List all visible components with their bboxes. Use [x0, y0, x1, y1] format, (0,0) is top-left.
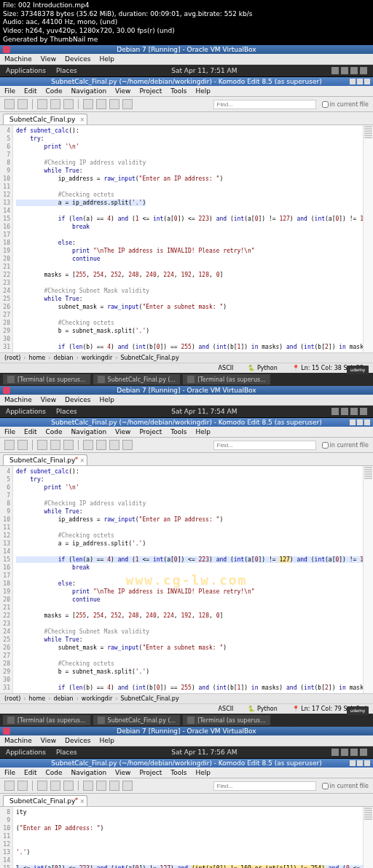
crumb-home[interactable]: home	[28, 355, 45, 361]
status-language[interactable]: Python	[257, 365, 278, 371]
tb-paste-icon[interactable]	[109, 99, 119, 109]
tab-close-icon[interactable]: ×	[80, 117, 85, 123]
code-area[interactable]: ity ("Enter an IP address: ") '.') l <= …	[13, 807, 363, 868]
tb-forward-icon[interactable]	[17, 99, 28, 109]
code-area[interactable]: def subnet_calc(): try: print '\n' #Chec…	[13, 125, 363, 352]
minimap[interactable]	[363, 807, 373, 868]
menu-view[interactable]: View	[115, 87, 130, 95]
tb-copy-icon[interactable]	[96, 99, 106, 109]
vbox-titlebar[interactable]: Debian 7 [Running] - Oracle VM VirtualBo…	[0, 45, 373, 54]
menu-help[interactable]: Help	[195, 428, 211, 435]
tb-copy-icon[interactable]	[96, 781, 106, 791]
minimap[interactable]	[363, 125, 373, 352]
tb-new-icon[interactable]	[37, 99, 47, 109]
tb-copy-icon[interactable]	[96, 440, 106, 450]
crumb-root[interactable]: (root)	[4, 695, 20, 702]
vm-menu-devices[interactable]: Devices	[65, 737, 90, 744]
menu-view[interactable]: View	[115, 769, 130, 776]
gnome-places[interactable]: Places	[56, 749, 77, 756]
tb-new-icon[interactable]	[37, 781, 47, 791]
tb-save-icon[interactable]	[63, 440, 74, 450]
task-terminal-2[interactable]: [Terminal (as superus...	[183, 715, 270, 725]
tb-cut-icon[interactable]	[83, 781, 93, 791]
tb-save-icon[interactable]	[63, 99, 74, 109]
window-minimize-icon[interactable]	[350, 760, 356, 766]
crumb-file[interactable]: SubnetCalc_Final.py	[120, 355, 178, 361]
task-terminal[interactable]: [Terminal (as superus...	[3, 715, 90, 725]
menu-project[interactable]: Project	[139, 769, 162, 776]
menu-edit[interactable]: Edit	[24, 87, 36, 95]
menu-file[interactable]: File	[4, 87, 15, 95]
menu-edit[interactable]: Edit	[24, 428, 36, 435]
vm-menu-machine[interactable]: Machine	[4, 396, 32, 403]
tb-cut-icon[interactable]	[83, 440, 93, 450]
tray-user-icon[interactable]	[360, 67, 367, 74]
window-close-icon[interactable]	[364, 419, 370, 425]
tb-cut-icon[interactable]	[83, 99, 93, 109]
code-editor[interactable]: 4 5 6 7 8 9 10 11 12 13 14 15 16 17 18 1…	[0, 125, 373, 352]
window-close-icon[interactable]	[364, 760, 370, 766]
vm-menu-view[interactable]: View	[41, 55, 56, 63]
tray-network-icon[interactable]	[350, 67, 358, 74]
menu-edit[interactable]: Edit	[24, 769, 36, 776]
tb-back-icon[interactable]	[4, 99, 15, 109]
tab-file[interactable]: SubnetCalc_Final.py* ×	[3, 795, 87, 806]
code-area[interactable]: def subnet_calc(): try: print '\n' #Chec…	[13, 466, 363, 693]
find-input[interactable]	[213, 781, 316, 791]
tray-network-icon[interactable]	[350, 749, 358, 756]
vbox-titlebar[interactable]: Debian 7 [Running] - Oracle VM VirtualBo…	[0, 386, 373, 395]
menu-help[interactable]: Help	[195, 87, 211, 95]
crumb-home[interactable]: home	[28, 695, 45, 702]
vm-menu-view[interactable]: View	[41, 737, 56, 744]
menu-navigation[interactable]: Navigation	[71, 428, 107, 435]
menu-view[interactable]: View	[115, 428, 130, 435]
window-maximize-icon[interactable]	[357, 419, 363, 425]
vbox-titlebar[interactable]: Debian 7 [Running] - Oracle VM VirtualBo…	[0, 727, 373, 735]
tb-open-icon[interactable]	[50, 781, 60, 791]
menu-tools[interactable]: Tools	[170, 87, 186, 95]
vm-menu-help[interactable]: Help	[100, 737, 115, 744]
tb-forward-icon[interactable]	[17, 440, 28, 450]
task-terminal-2[interactable]: [Terminal (as superus...	[183, 374, 270, 384]
tab-file[interactable]: SubnetCalc_Final.py* ×	[3, 454, 87, 465]
window-minimize-icon[interactable]	[350, 419, 356, 425]
tray-accessibility-icon[interactable]	[331, 67, 339, 74]
tray-volume-icon[interactable]	[341, 749, 348, 756]
menu-project[interactable]: Project	[139, 87, 162, 95]
tab-close-icon[interactable]: ×	[80, 798, 85, 805]
vm-menu-machine[interactable]: Machine	[4, 55, 32, 63]
code-editor[interactable]: 8 9 10 11 12 13 14 15 16 17 18 19 20 21 …	[0, 807, 373, 868]
tab-file[interactable]: SubnetCalc_Final.py ×	[3, 114, 87, 125]
crumb-file[interactable]: SubnetCalc_Final.py	[120, 695, 178, 702]
tb-undo-icon[interactable]	[122, 440, 133, 450]
tray-network-icon[interactable]	[350, 408, 358, 415]
crumb-debian[interactable]: debian	[53, 355, 73, 361]
tray-accessibility-icon[interactable]	[331, 749, 339, 756]
minimap[interactable]	[363, 466, 373, 693]
tab-close-icon[interactable]: ×	[80, 457, 85, 464]
crumb-workingdir[interactable]: workingdir	[82, 695, 112, 702]
tb-paste-icon[interactable]	[109, 781, 119, 791]
find-input[interactable]	[213, 441, 316, 450]
tray-volume-icon[interactable]	[341, 67, 348, 74]
find-scope-checkbox[interactable]: in current file	[322, 442, 369, 449]
menu-navigation[interactable]: Navigation	[71, 87, 107, 95]
komodo-titlebar[interactable]: SubnetCalc_Final.py (~/home/debian/worki…	[0, 418, 373, 427]
crumb-workingdir[interactable]: workingdir	[82, 355, 112, 361]
tb-back-icon[interactable]	[4, 781, 15, 791]
window-maximize-icon[interactable]	[357, 79, 363, 84]
task-komodo[interactable]: SubnetCalc_Final.py (...	[93, 374, 181, 384]
menu-tools[interactable]: Tools	[170, 769, 186, 776]
menu-code[interactable]: Code	[46, 87, 63, 95]
status-encoding[interactable]: ASCII	[219, 706, 234, 712]
gnome-places[interactable]: Places	[56, 67, 77, 74]
vm-menu-devices[interactable]: Devices	[65, 396, 90, 403]
tb-open-icon[interactable]	[50, 440, 60, 450]
find-input[interactable]	[213, 100, 316, 109]
tb-back-icon[interactable]	[4, 440, 15, 450]
tb-undo-icon[interactable]	[122, 99, 133, 109]
gnome-places[interactable]: Places	[56, 408, 77, 415]
gnome-applications[interactable]: Applications	[6, 67, 46, 74]
task-terminal[interactable]: [Terminal (as superus...	[3, 374, 90, 384]
status-encoding[interactable]: ASCII	[219, 365, 234, 371]
